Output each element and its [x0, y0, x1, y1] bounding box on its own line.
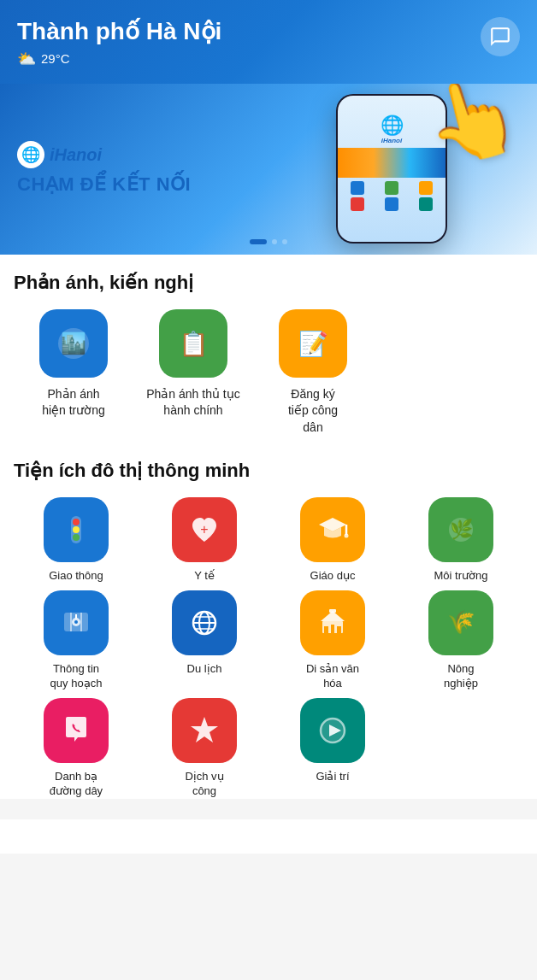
phone-globe-icon: 🌐: [381, 114, 404, 137]
danh-ba-label: Danh bạđường dây: [50, 770, 103, 799]
empty-cell: [398, 698, 523, 799]
health-svg-icon: +: [187, 513, 221, 547]
svg-point-7: [73, 534, 80, 541]
smart-item-dich-vu-cong[interactable]: Dịch vụcông: [142, 698, 267, 799]
smart-item-di-san[interactable]: Di sản vănhóa: [270, 590, 395, 691]
svg-point-5: [73, 519, 80, 525]
giai-tri-label: Giải trí: [316, 770, 349, 784]
giao-duc-label: Giáo dục: [310, 569, 356, 584]
phone-mockup: 🌐 iHanoi: [336, 94, 447, 244]
banner-dots: [250, 239, 287, 244]
dich-vu-cong-label: Dịch vụcông: [185, 770, 223, 799]
phan-anh-item-thu-tuc[interactable]: 📋 Phản ánh thủ tụchành chính: [133, 309, 253, 437]
phan-anh-thu-tuc-label: Phản ánh thủ tụchành chính: [146, 386, 240, 420]
nong-nghiep-label: Nôngnghiệp: [444, 662, 478, 691]
chat-button[interactable]: [481, 17, 520, 56]
phone-app-1: [351, 181, 364, 195]
environment-svg-icon: 🌿: [444, 513, 478, 547]
y-te-icon-wrap: +: [172, 497, 237, 562]
dang-ky-label: Đăng kýtiếp côngdân: [288, 386, 338, 437]
document-svg-icon: 📋: [174, 325, 212, 362]
moi-truong-label: Môi trường: [434, 569, 488, 584]
phone-logo-text: iHanoi: [381, 137, 402, 144]
svg-text:🌿: 🌿: [450, 518, 474, 541]
banner-slogan: CHẠM ĐỂ KẾT NỐI: [17, 173, 191, 196]
svg-point-11: [345, 534, 349, 538]
svg-text:+: +: [200, 522, 208, 537]
smart-item-quy-hoach[interactable]: Thông tinquy hoạch: [14, 590, 139, 691]
smart-item-giai-tri[interactable]: Giải trí: [270, 698, 395, 799]
header-left: Thành phố Hà Nội ⛅ 29°C: [17, 17, 221, 68]
smart-item-y-te[interactable]: + Y tế: [142, 497, 267, 584]
smart-item-nong-nghiep[interactable]: 🌾 Nôngnghiệp: [398, 590, 523, 691]
quy-hoach-icon-wrap: [44, 590, 109, 655]
svg-text:📋: 📋: [179, 330, 209, 358]
dot-3: [282, 239, 287, 244]
smart-item-du-lich[interactable]: Du lịch: [142, 590, 267, 691]
phan-anh-title: Phản ánh, kiến nghị: [14, 272, 523, 294]
header: Thành phố Hà Nội ⛅ 29°C: [0, 0, 537, 84]
chat-icon: [489, 26, 511, 48]
heritage-svg-icon: [316, 606, 350, 640]
phan-anh-hien-truong-label: Phản ánhhiện trường: [42, 386, 105, 420]
phone-app-4: [351, 197, 364, 211]
smart-item-giao-duc[interactable]: Giáo dục: [270, 497, 395, 584]
entertainment-svg-icon: [316, 713, 350, 748]
svg-point-16: [74, 620, 78, 624]
di-san-label: Di sản vănhóa: [306, 662, 359, 691]
hanoi-logo-text: iHanoi: [50, 145, 102, 165]
smart-item-giao-thong[interactable]: Giao thông: [14, 497, 139, 584]
y-te-label: Y tế: [194, 569, 215, 584]
banner-logo: 🌐 iHanoi: [17, 141, 191, 168]
du-lich-label: Du lịch: [187, 662, 222, 677]
svg-text:🌾: 🌾: [447, 608, 475, 636]
smart-item-moi-truong[interactable]: 🌿 Môi trường: [398, 497, 523, 584]
phone-app-5: [385, 197, 398, 211]
main-content: Phản ánh, kiến nghị 🏙️ Phản ánhhiện trườ…: [0, 255, 537, 799]
phone-directory-svg-icon: [59, 713, 93, 748]
giao-thong-label: Giao thông: [49, 569, 103, 584]
phone-app-6: [419, 197, 433, 211]
smart-item-danh-ba[interactable]: Danh bạđường dây: [14, 698, 139, 799]
moi-truong-icon-wrap: 🌿: [428, 497, 493, 562]
agriculture-svg-icon: 🌾: [444, 606, 478, 640]
register-svg-icon: 📝: [294, 325, 332, 362]
smart-city-grid: Giao thông + Y tế Giáo dục: [14, 497, 523, 798]
dich-vu-cong-icon-wrap: [172, 698, 237, 763]
di-san-icon-wrap: [300, 590, 365, 655]
dang-ky-icon: 📝: [279, 309, 347, 378]
svg-rect-24: [324, 626, 328, 633]
phan-anh-item-dang-ky[interactable]: 📝 Đăng kýtiếp côngdân: [253, 309, 373, 437]
giao-duc-icon-wrap: [300, 497, 365, 562]
phone-app-2: [385, 181, 398, 195]
smart-city-title: Tiện ích đô thị thông minh: [14, 460, 523, 482]
phone-screen: 🌐 iHanoi: [338, 96, 446, 242]
phan-anh-item-hien-truong[interactable]: 🏙️ Phản ánhhiện trường: [14, 309, 133, 437]
svg-rect-26: [337, 626, 341, 633]
phone-city-banner: [338, 148, 446, 178]
giai-tri-icon-wrap: [300, 698, 365, 763]
tourism-svg-icon: [187, 606, 221, 640]
svg-rect-25: [331, 625, 334, 633]
weather-info: ⛅ 29°C: [17, 50, 221, 68]
dot-1: [250, 239, 267, 244]
phan-anh-thu-tuc-icon: 📋: [159, 309, 227, 378]
dot-2: [272, 239, 277, 244]
phan-anh-hien-truong-icon: 🏙️: [39, 309, 108, 378]
svg-marker-9: [319, 518, 346, 531]
du-lich-icon-wrap: [172, 590, 237, 655]
svg-marker-29: [191, 717, 218, 742]
svg-point-6: [73, 526, 80, 533]
nong-nghiep-icon-wrap: 🌾: [428, 590, 493, 655]
weather-icon: ⛅: [17, 50, 36, 68]
phone-app-3: [419, 181, 433, 195]
svg-text:📝: 📝: [298, 330, 328, 358]
quy-hoach-label: Thông tinquy hoạch: [50, 662, 103, 691]
phone-app-grid: [338, 178, 446, 214]
svg-text:🏙️: 🏙️: [61, 331, 86, 355]
education-svg-icon: [316, 513, 350, 547]
public-service-svg-icon: [187, 713, 221, 748]
svg-rect-27: [329, 609, 336, 613]
banner-text: 🌐 iHanoi CHẠM ĐỂ KẾT NỐI: [17, 141, 191, 196]
phone-mockup-area: 🌐 iHanoi 👆: [263, 84, 537, 255]
